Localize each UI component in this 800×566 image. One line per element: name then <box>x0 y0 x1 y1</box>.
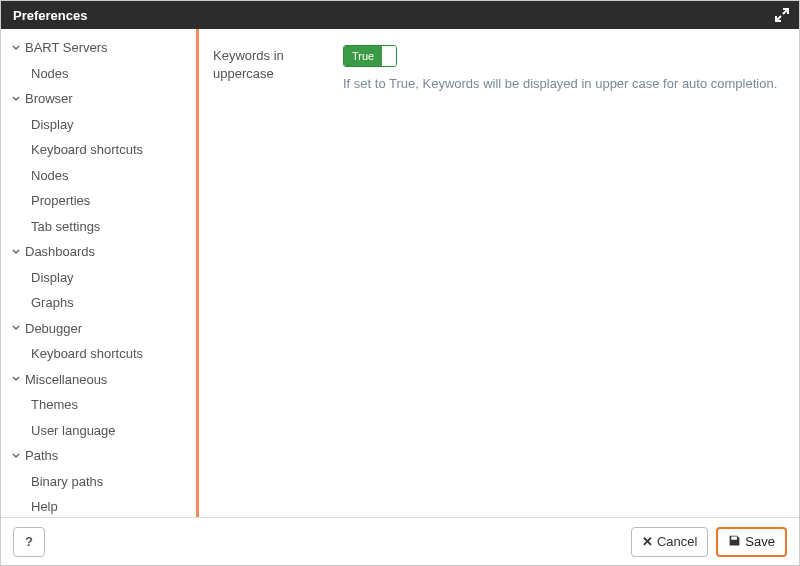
close-icon: ✕ <box>642 534 653 549</box>
sidebar-section-label: BART Servers <box>25 38 108 58</box>
sidebar-item-nodes[interactable]: Nodes <box>1 61 196 87</box>
chevron-down-icon <box>11 375 21 383</box>
help-icon: ? <box>25 534 33 549</box>
sidebar-item-tab-settings[interactable]: Tab settings <box>1 214 196 240</box>
chevron-down-icon <box>11 44 21 52</box>
chevron-down-icon <box>11 452 21 460</box>
sidebar-section-label: Miscellaneous <box>25 370 107 390</box>
save-icon <box>728 534 741 550</box>
save-label: Save <box>745 534 775 549</box>
save-button[interactable]: Save <box>716 527 787 557</box>
sidebar-section-label: Dashboards <box>25 242 95 262</box>
sidebar-item-display[interactable]: Display <box>1 265 196 291</box>
window-title: Preferences <box>13 8 87 23</box>
cancel-label: Cancel <box>657 534 697 549</box>
chevron-down-icon <box>11 324 21 332</box>
chevron-down-icon <box>11 95 21 103</box>
main-area: BART Servers Nodes Browser Display Keybo… <box>1 29 799 517</box>
help-button[interactable]: ? <box>13 527 45 557</box>
sidebar-section-miscellaneous[interactable]: Miscellaneous <box>1 367 196 393</box>
sidebar-item-nodes[interactable]: Nodes <box>1 163 196 189</box>
sidebar-item-help[interactable]: Help <box>1 494 196 517</box>
sidebar-item-user-language[interactable]: User language <box>1 418 196 444</box>
sidebar-section-browser[interactable]: Browser <box>1 86 196 112</box>
toggle-value: True <box>344 46 382 66</box>
sidebar-item-properties[interactable]: Properties <box>1 188 196 214</box>
titlebar: Preferences <box>1 1 799 29</box>
sidebar-section-label: Browser <box>25 89 73 109</box>
content-pane: Keywords in uppercase True If set to Tru… <box>196 29 799 517</box>
sidebar-section-bart-servers[interactable]: BART Servers <box>1 35 196 61</box>
cancel-button[interactable]: ✕ Cancel <box>631 527 708 557</box>
sidebar-item-binary-paths[interactable]: Binary paths <box>1 469 196 495</box>
sidebar-section-label: Debugger <box>25 319 82 339</box>
toggle-keywords-uppercase[interactable]: True <box>343 45 397 67</box>
expand-icon[interactable] <box>773 6 791 24</box>
sidebar-section-label: Paths <box>25 446 58 466</box>
sidebar-section-paths[interactable]: Paths <box>1 443 196 469</box>
chevron-down-icon <box>11 248 21 256</box>
sidebar: BART Servers Nodes Browser Display Keybo… <box>1 29 197 517</box>
setting-description: If set to True, Keywords will be display… <box>343 75 779 93</box>
sidebar-item-themes[interactable]: Themes <box>1 392 196 418</box>
sidebar-section-dashboards[interactable]: Dashboards <box>1 239 196 265</box>
setting-label: Keywords in uppercase <box>213 45 343 83</box>
sidebar-item-display[interactable]: Display <box>1 112 196 138</box>
setting-keywords-uppercase: Keywords in uppercase True If set to Tru… <box>213 45 779 93</box>
sidebar-item-keyboard-shortcuts[interactable]: Keyboard shortcuts <box>1 341 196 367</box>
footer: ? ✕ Cancel Save <box>1 517 799 565</box>
sidebar-item-keyboard-shortcuts[interactable]: Keyboard shortcuts <box>1 137 196 163</box>
sidebar-section-debugger[interactable]: Debugger <box>1 316 196 342</box>
sidebar-item-graphs[interactable]: Graphs <box>1 290 196 316</box>
toggle-handle <box>382 46 396 66</box>
